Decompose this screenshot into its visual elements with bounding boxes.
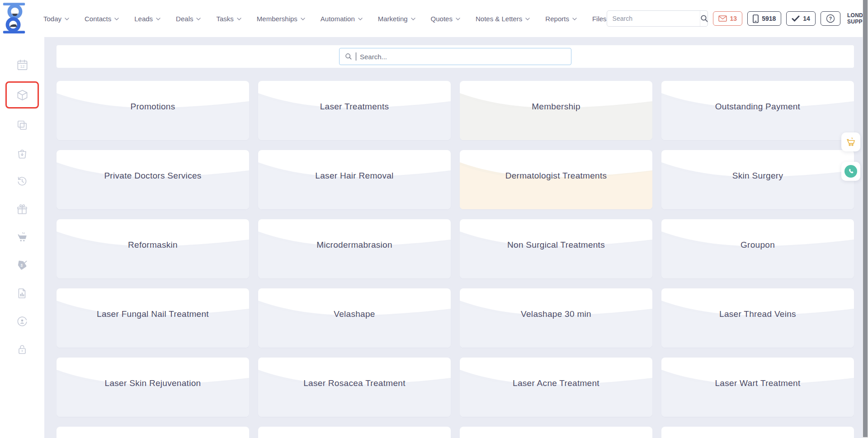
nav-item-label: Deals (176, 15, 193, 23)
help-button[interactable]: ? (821, 11, 840, 26)
floating-cart-button[interactable] (841, 132, 860, 151)
category-card-laser-rosacea-treatment[interactable]: Laser Rosacea Treatment (258, 358, 451, 417)
svg-text:12: 12 (20, 64, 24, 69)
category-card-laser-skin-rejuvenation[interactable]: Laser Skin Rejuvenation (57, 358, 249, 417)
category-card-outstanding-payment[interactable]: Outstanding Payment (661, 81, 854, 140)
top-header: Today Contacts Leads Deals Tasks Members… (0, 0, 868, 37)
svg-text:?: ? (829, 16, 832, 21)
sidebar-item-report[interactable] (8, 282, 37, 305)
nav-item-marketing[interactable]: Marketing (378, 15, 415, 23)
category-card-label: Laser Fungal Nail Treatment (57, 309, 249, 319)
category-card-label: Skin Surgery (661, 171, 854, 181)
history-clock-icon (16, 175, 28, 187)
category-card-label: Velashape 30 min (460, 309, 652, 319)
nav-item-notes-letters[interactable]: Notes & Letters (476, 15, 530, 23)
nav-item-tasks[interactable]: Tasks (216, 15, 241, 23)
nav-item-files[interactable]: Files (592, 15, 607, 23)
category-card-laser-fungal-nail-treatment[interactable]: Laser Fungal Nail Treatment (57, 288, 249, 348)
report-document-icon (16, 287, 28, 299)
category-card-label: Laser Acne Treatment (460, 378, 652, 388)
nav-item-today[interactable]: Today (43, 15, 69, 23)
category-search-input[interactable]: Search... (339, 48, 571, 65)
sidebar-item-duplicate[interactable] (8, 114, 37, 137)
sidebar-item-history[interactable] (8, 170, 37, 193)
nav-item-label: Notes & Letters (476, 15, 522, 23)
sidebar-item-bag[interactable] (8, 142, 37, 165)
tasks-badge[interactable]: 14 (786, 11, 816, 26)
category-card-groupon[interactable]: Groupon (661, 219, 854, 278)
chevron-down-icon (301, 18, 305, 20)
category-card-laser-treatments[interactable]: Laser Treatments (258, 81, 451, 140)
chevron-down-icon (572, 18, 577, 20)
search-icon (345, 53, 352, 60)
search-submit-button[interactable] (700, 11, 708, 26)
chevron-down-icon (114, 18, 119, 20)
phone-circle (844, 165, 857, 178)
vertical-scrollbar[interactable] (863, 0, 868, 438)
category-card-membership[interactable]: Membership (460, 81, 652, 140)
main-content: Search... Promotions Laser Treatments Me… (44, 37, 868, 438)
checkmark-icon (792, 15, 800, 22)
sidebar-item-lock[interactable] (8, 338, 37, 361)
category-card-velashape-30-min[interactable]: Velashape 30 min (460, 288, 652, 348)
mail-badge[interactable]: 13 (713, 11, 743, 26)
main-nav: Today Contacts Leads Deals Tasks Members… (43, 15, 607, 23)
category-card-label: Dermatologist Treatments (460, 171, 652, 181)
phone-count: 5918 (762, 15, 776, 22)
category-search-placeholder: Search... (360, 53, 387, 61)
nav-item-quotes[interactable]: Quotes (431, 15, 460, 23)
nav-item-contacts[interactable]: Contacts (85, 15, 119, 23)
account-circle-icon (16, 316, 28, 327)
category-card-label: Laser Wart Treatment (661, 378, 854, 388)
text-cursor (356, 52, 356, 61)
shopping-bag-icon (16, 147, 28, 159)
sidebar-item-account[interactable] (8, 310, 37, 333)
nav-item-label: Quotes (431, 15, 453, 23)
floating-phone-button[interactable] (841, 162, 860, 181)
sidebar-item-cart[interactable] (8, 226, 37, 249)
left-sidebar: 12 $ (0, 37, 44, 438)
category-card-velashape[interactable]: Velashape (258, 288, 451, 348)
category-card-label: Laser Skin Rejuvenation (57, 378, 249, 388)
nav-item-label: Tasks (216, 15, 233, 23)
nav-item-memberships[interactable]: Memberships (257, 15, 305, 23)
category-card-laser-acne-treatment[interactable]: Laser Acne Treatment (460, 358, 652, 417)
category-card-label: Non Surgical Treatments (460, 240, 652, 250)
sidebar-item-gift[interactable] (8, 198, 37, 221)
search-icon (700, 14, 708, 23)
chevron-down-icon (237, 18, 241, 20)
category-card-microdermabrasion[interactable]: Microdermabrasion (258, 219, 451, 278)
mail-icon (718, 15, 727, 22)
category-card-skin-surgery[interactable]: Skin Surgery (661, 150, 854, 209)
category-card-partial[interactable] (661, 427, 854, 438)
category-card-laser-wart-treatment[interactable]: Laser Wart Treatment (661, 358, 854, 417)
nav-item-label: Files (592, 15, 607, 23)
global-search-input[interactable] (607, 15, 700, 22)
nav-item-reports[interactable]: Reports (545, 15, 577, 23)
phone-badge[interactable]: 5918 (747, 11, 781, 26)
category-card-partial[interactable] (57, 427, 249, 438)
nav-item-automation[interactable]: Automation (321, 15, 363, 23)
category-card-partial[interactable] (258, 427, 451, 438)
category-card-dermatologist-treatments[interactable]: Dermatologist Treatments (460, 150, 652, 209)
category-card-label: Velashape (258, 309, 451, 319)
category-card-partial[interactable] (460, 427, 652, 438)
category-card-laser-hair-removal[interactable]: Laser Hair Removal (258, 150, 451, 209)
chevron-down-icon (411, 18, 415, 20)
category-card-private-doctors-services[interactable]: Private Doctors Services (57, 150, 249, 209)
category-card-laser-thread-veins[interactable]: Laser Thread Veins (661, 288, 854, 348)
nav-item-leads[interactable]: Leads (134, 15, 160, 23)
category-card-non-surgical-treatments[interactable]: Non Surgical Treatments (460, 219, 652, 278)
scrollbar-thumb[interactable] (863, 0, 868, 437)
nav-item-deals[interactable]: Deals (176, 15, 201, 23)
hourglass-logo-icon (0, 3, 28, 34)
app-logo[interactable] (0, 3, 28, 34)
sidebar-item-products-active[interactable] (5, 81, 39, 108)
header-right-cluster: 13 5918 14 ? LONDON SUPPORT (607, 9, 868, 28)
phone-icon (848, 168, 854, 175)
category-card-promotions[interactable]: Promotions (57, 81, 249, 140)
sidebar-item-calendar[interactable]: 12 (8, 53, 37, 76)
calendar-icon: 12 (16, 59, 28, 71)
category-card-reformaskin[interactable]: Reformaskin (57, 219, 249, 278)
sidebar-item-pricetag[interactable]: $ (8, 254, 37, 277)
